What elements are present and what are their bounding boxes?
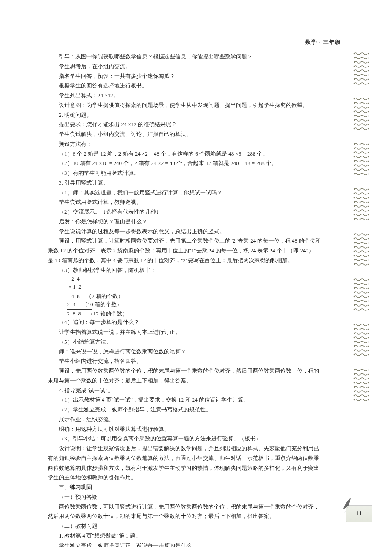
spiral-icon bbox=[353, 106, 370, 109]
spiral-icon bbox=[353, 353, 370, 356]
paragraph: （3）引导小结：可以用交换两个乘数的位置再算一遍的方法来进行验算。（板书） bbox=[48, 434, 324, 444]
spiral-group bbox=[353, 323, 371, 356]
svg-point-86 bbox=[354, 292, 355, 293]
svg-point-69 bbox=[368, 243, 369, 243]
spiral-icon bbox=[353, 69, 370, 72]
paragraph: （2）10 箱有 24 ×10 = 240 个，2 箱有 24 ×2 = 48 … bbox=[48, 159, 324, 168]
svg-point-11 bbox=[368, 75, 369, 75]
svg-point-40 bbox=[354, 161, 355, 162]
spiral-icon bbox=[353, 295, 370, 298]
svg-point-60 bbox=[354, 214, 355, 215]
svg-point-27 bbox=[368, 120, 369, 121]
spiral-icon bbox=[353, 119, 370, 122]
calc-value: 4 8 bbox=[67, 293, 80, 299]
svg-point-87 bbox=[368, 292, 369, 293]
spiral-icon bbox=[353, 368, 370, 372]
paragraph: （2）学生独立完成，教师个别指导，注意书写格式的规范性。 bbox=[48, 405, 324, 415]
svg-point-3 bbox=[368, 58, 369, 58]
svg-point-2 bbox=[354, 58, 355, 58]
svg-point-22 bbox=[354, 111, 355, 112]
svg-point-89 bbox=[368, 296, 369, 297]
spiral-icon bbox=[353, 97, 370, 101]
spiral-icon bbox=[353, 332, 370, 335]
paragraph: （一）预习答疑 bbox=[48, 492, 324, 502]
spiral-icon bbox=[353, 172, 370, 176]
paragraph: 根据学生的回答有选择地进行板书。 bbox=[48, 81, 324, 91]
calc-rule bbox=[67, 292, 93, 292]
svg-point-29 bbox=[368, 124, 369, 125]
svg-point-107 bbox=[368, 346, 369, 347]
spiral-icon bbox=[353, 213, 370, 217]
svg-point-38 bbox=[354, 156, 355, 157]
svg-point-45 bbox=[368, 169, 369, 170]
calc-rule bbox=[67, 309, 93, 310]
spiral-icon bbox=[353, 237, 370, 240]
paragraph: 学生思考后，在小组内交流。 bbox=[48, 62, 324, 72]
spiral-icon bbox=[353, 373, 370, 376]
svg-point-35 bbox=[368, 148, 369, 149]
calc-note: （2 箱的个数） bbox=[86, 292, 124, 301]
svg-point-57 bbox=[368, 206, 369, 207]
paragraph: 4. 指导完成"试一试"。 bbox=[48, 386, 324, 396]
svg-point-51 bbox=[368, 193, 369, 194]
calc-line: × 1 2 bbox=[67, 283, 324, 291]
svg-point-10 bbox=[354, 75, 355, 75]
svg-point-103 bbox=[368, 337, 369, 338]
spiral-icon bbox=[353, 263, 370, 266]
svg-point-1 bbox=[368, 53, 369, 54]
svg-point-85 bbox=[368, 288, 369, 289]
spiral-icon bbox=[353, 349, 370, 352]
svg-point-109 bbox=[368, 350, 369, 351]
spiral-icon bbox=[353, 381, 370, 385]
svg-point-68 bbox=[354, 243, 355, 243]
subject-grade-label: 数学 · 三年级 bbox=[305, 39, 341, 45]
svg-point-62 bbox=[354, 219, 355, 220]
svg-point-56 bbox=[354, 206, 355, 207]
spiral-icon bbox=[353, 196, 370, 200]
spiral-icon bbox=[353, 299, 370, 303]
svg-point-59 bbox=[368, 210, 369, 211]
page-number: 11 bbox=[356, 509, 362, 519]
svg-point-95 bbox=[368, 309, 369, 310]
svg-point-126 bbox=[354, 399, 355, 400]
svg-point-18 bbox=[354, 103, 355, 104]
svg-point-70 bbox=[354, 247, 355, 248]
paragraph: 1. 教材第 4 页"想想做做"第 1 题。 bbox=[48, 531, 324, 541]
svg-point-46 bbox=[354, 174, 355, 174]
svg-point-76 bbox=[354, 260, 355, 260]
spiral-icon bbox=[353, 258, 370, 262]
svg-point-63 bbox=[368, 219, 369, 220]
svg-point-31 bbox=[368, 128, 369, 129]
svg-point-102 bbox=[354, 337, 355, 338]
spiral-icon bbox=[353, 246, 370, 249]
svg-point-66 bbox=[354, 238, 355, 239]
spiral-icon bbox=[353, 142, 370, 146]
spiral-icon bbox=[353, 336, 370, 339]
calc-value: 2 8 8 bbox=[67, 310, 81, 317]
paragraph: 3. 引导用竖式计算。 bbox=[48, 178, 324, 188]
svg-point-111 bbox=[368, 354, 369, 355]
spiral-group bbox=[353, 97, 371, 130]
svg-point-24 bbox=[354, 116, 355, 116]
paragraph: （1）6 个 2 箱是 12 箱，2 箱有 24 ×2 = 48 个，有这样的 … bbox=[48, 149, 324, 159]
svg-point-127 bbox=[368, 399, 369, 400]
spiral-icon bbox=[353, 52, 370, 55]
svg-point-8 bbox=[354, 70, 355, 71]
spiral-icon bbox=[353, 233, 370, 236]
spiral-icon bbox=[353, 159, 370, 163]
paragraph: （3）有的学生可能用竖式计算。 bbox=[48, 168, 324, 178]
calc-note: （10 箱的个数） bbox=[82, 301, 122, 309]
svg-point-50 bbox=[354, 193, 355, 194]
svg-point-13 bbox=[368, 79, 369, 80]
calc-line: 4 8（2 箱的个数） bbox=[67, 292, 324, 301]
svg-point-94 bbox=[354, 309, 355, 310]
svg-point-88 bbox=[354, 296, 355, 297]
paragraph: 学生尝试用竖式计算，教师巡视。 bbox=[48, 197, 324, 207]
feather-icon bbox=[340, 497, 352, 514]
spiral-group bbox=[353, 368, 371, 402]
svg-point-0 bbox=[354, 53, 355, 54]
spiral-icon bbox=[353, 291, 370, 294]
spiral-icon bbox=[353, 394, 370, 397]
svg-point-79 bbox=[368, 264, 369, 265]
spiral-icon bbox=[353, 101, 370, 105]
